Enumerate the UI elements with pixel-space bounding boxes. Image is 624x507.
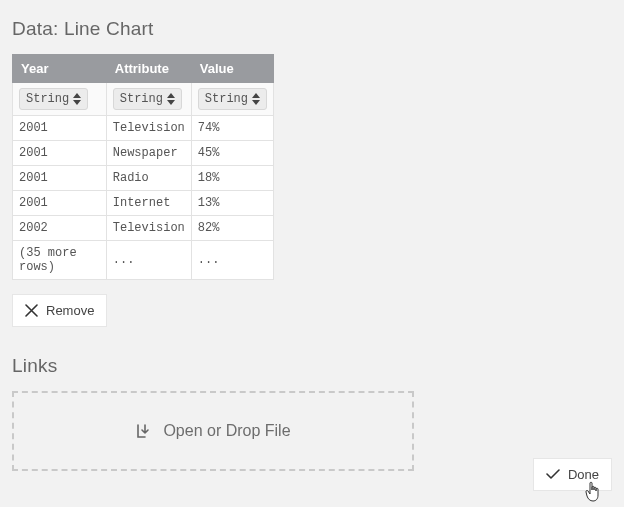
- cell-value: 74%: [191, 116, 273, 141]
- close-icon: [25, 304, 38, 317]
- table-row[interactable]: 2002 Television 82%: [13, 216, 274, 241]
- more-ellipsis: ...: [191, 241, 273, 280]
- cell-year: 2001: [13, 141, 107, 166]
- sort-icon: [73, 93, 81, 105]
- type-label: String: [120, 92, 163, 106]
- table-header-row: Year Attribute Value: [13, 55, 274, 83]
- check-icon: [546, 469, 560, 480]
- type-selector-value[interactable]: String: [198, 88, 267, 110]
- remove-label: Remove: [46, 303, 94, 318]
- col-header-attribute[interactable]: Attribute: [106, 55, 191, 83]
- data-table: Year Attribute Value String String: [12, 54, 274, 280]
- more-label: (35 more rows): [13, 241, 107, 280]
- cell-year: 2002: [13, 216, 107, 241]
- cell-attribute: Internet: [106, 191, 191, 216]
- table-more-row[interactable]: (35 more rows) ... ...: [13, 241, 274, 280]
- col-header-year[interactable]: Year: [13, 55, 107, 83]
- type-label: String: [205, 92, 248, 106]
- cell-year: 2001: [13, 116, 107, 141]
- more-ellipsis: ...: [106, 241, 191, 280]
- table-row[interactable]: 2001 Newspaper 45%: [13, 141, 274, 166]
- dropzone-label: Open or Drop File: [163, 422, 290, 440]
- cell-attribute: Television: [106, 216, 191, 241]
- links-section-title: Links: [12, 355, 612, 377]
- table-row[interactable]: 2001 Television 74%: [13, 116, 274, 141]
- cell-attribute: Television: [106, 116, 191, 141]
- type-row: String String String: [13, 83, 274, 116]
- table-row[interactable]: 2001 Internet 13%: [13, 191, 274, 216]
- data-section-title: Data: Line Chart: [12, 18, 612, 40]
- cell-value: 45%: [191, 141, 273, 166]
- cell-year: 2001: [13, 166, 107, 191]
- cell-value: 13%: [191, 191, 273, 216]
- sort-icon: [167, 93, 175, 105]
- cell-attribute: Newspaper: [106, 141, 191, 166]
- type-label: String: [26, 92, 69, 106]
- import-icon: [135, 422, 153, 440]
- cell-value: 82%: [191, 216, 273, 241]
- dropzone-open-file[interactable]: Open or Drop File: [12, 391, 414, 471]
- type-selector-year[interactable]: String: [19, 88, 88, 110]
- cell-year: 2001: [13, 191, 107, 216]
- type-selector-attribute[interactable]: String: [113, 88, 182, 110]
- remove-button[interactable]: Remove: [12, 294, 107, 327]
- sort-icon: [252, 93, 260, 105]
- col-header-value[interactable]: Value: [191, 55, 273, 83]
- done-label: Done: [568, 467, 599, 482]
- table-row[interactable]: 2001 Radio 18%: [13, 166, 274, 191]
- done-button[interactable]: Done: [533, 458, 612, 491]
- cell-attribute: Radio: [106, 166, 191, 191]
- cell-value: 18%: [191, 166, 273, 191]
